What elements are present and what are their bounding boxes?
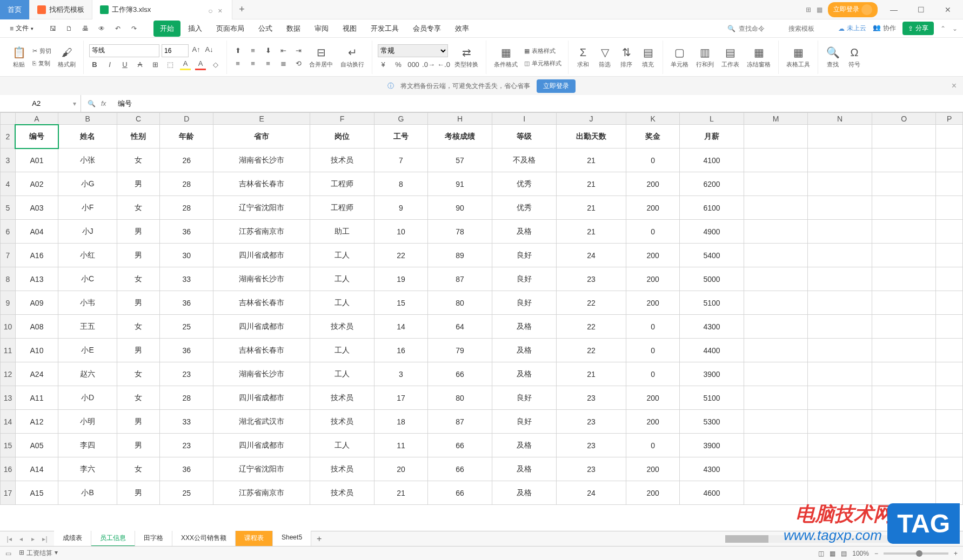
align-middle-button[interactable]: ≡ (248, 45, 258, 56)
close-icon[interactable]: ○ (208, 6, 215, 13)
zoom-level[interactable]: 100% (852, 550, 869, 557)
cell-E13[interactable]: 四川省成都市 (213, 386, 310, 410)
cell-P6[interactable] (936, 220, 963, 244)
view-layout-button[interactable]: ▦ (830, 550, 835, 557)
cell-C15[interactable]: 男 (117, 434, 160, 457)
cell-H5[interactable]: 90 (427, 196, 492, 220)
cell-A16[interactable]: A14 (15, 457, 58, 481)
cell-C11[interactable]: 男 (117, 339, 160, 362)
sheet-tab-1[interactable]: 员工信息 (91, 531, 135, 546)
cell-E10[interactable]: 四川省成都市 (213, 315, 310, 339)
cell-I10[interactable]: 及格 (492, 315, 557, 339)
cell-N12[interactable] (808, 362, 872, 386)
cell-I14[interactable]: 良好 (492, 410, 557, 434)
cell-D5[interactable]: 28 (160, 196, 213, 220)
ribbon-tab-insert[interactable]: 插入 (182, 21, 209, 37)
tab-home[interactable]: 首页 (0, 0, 30, 19)
cell-I7[interactable]: 良好 (492, 244, 557, 267)
cell-L2[interactable]: 月薪 (680, 125, 744, 149)
cell-P11[interactable] (936, 339, 963, 362)
underline-button[interactable]: U (119, 59, 130, 70)
cell-G11[interactable]: 16 (374, 339, 427, 362)
cell-I13[interactable]: 良好 (492, 386, 557, 410)
cell-O16[interactable] (872, 457, 936, 481)
cell-F7[interactable]: 工人 (310, 244, 374, 267)
cell-K10[interactable]: 0 (626, 315, 680, 339)
cell-F3[interactable]: 技术员 (310, 149, 374, 172)
cell-A17[interactable]: A15 (15, 481, 58, 505)
ribbon-tab-formula[interactable]: 公式 (252, 21, 279, 37)
cell-M15[interactable] (744, 434, 808, 457)
cell-A15[interactable]: A05 (15, 434, 58, 457)
cell-J11[interactable]: 22 (557, 339, 626, 362)
cell-P2[interactable] (936, 125, 963, 149)
cell-L12[interactable]: 3900 (680, 362, 744, 386)
cell-A2[interactable]: 编号 (15, 125, 58, 149)
col-header-G[interactable]: G (374, 113, 427, 125)
cell-F17[interactable]: 技术员 (310, 481, 374, 505)
tab-add-button[interactable]: + (232, 4, 251, 15)
cell-E9[interactable]: 吉林省长春市 (213, 291, 310, 315)
cell-P9[interactable] (936, 291, 963, 315)
col-header-I[interactable]: I (492, 113, 557, 125)
cell-C16[interactable]: 女 (117, 457, 160, 481)
cell-P14[interactable] (936, 410, 963, 434)
cell-B3[interactable]: 小张 (58, 149, 117, 172)
cell-K12[interactable]: 0 (626, 362, 680, 386)
cell-I15[interactable]: 及格 (492, 434, 557, 457)
cell-O2[interactable] (872, 125, 936, 149)
cell-P8[interactable] (936, 267, 963, 291)
filter-button[interactable]: ▽筛选 (596, 44, 614, 70)
indent-inc-button[interactable]: ⇥ (293, 45, 304, 56)
cell-I12[interactable]: 及格 (492, 362, 557, 386)
cell-H12[interactable]: 66 (427, 362, 492, 386)
view-normal-button[interactable]: ◫ (818, 550, 824, 557)
cell-B6[interactable]: 小J (58, 220, 117, 244)
merge-button[interactable]: ⊟合并居中 (307, 44, 335, 70)
cell-G16[interactable]: 20 (374, 457, 427, 481)
cell-N3[interactable] (808, 149, 872, 172)
cell-B4[interactable]: 小G (58, 172, 117, 196)
cell-M6[interactable] (744, 220, 808, 244)
row-header-10[interactable]: 10 (1, 315, 16, 339)
clear-format-button[interactable]: ◇ (210, 59, 221, 70)
cell-G17[interactable]: 21 (374, 481, 427, 505)
cell-E2[interactable]: 省市 (213, 125, 310, 149)
border-button[interactable]: ⊞ (150, 59, 160, 70)
cell-F15[interactable]: 工人 (310, 434, 374, 457)
cell-C5[interactable]: 女 (117, 196, 160, 220)
sheet-first-button[interactable]: |◂ (4, 535, 14, 543)
cell-J17[interactable]: 24 (557, 481, 626, 505)
sheet-prev-button[interactable]: ◂ (16, 535, 26, 543)
maximize-button[interactable]: ☐ (910, 2, 932, 18)
col-header-L[interactable]: L (680, 113, 744, 125)
find-button[interactable]: 🔍查找 (824, 44, 842, 70)
row-header-12[interactable]: 12 (1, 362, 16, 386)
cell-K15[interactable]: 0 (626, 434, 680, 457)
col-header-J[interactable]: J (557, 113, 626, 125)
cell-A14[interactable]: A12 (15, 410, 58, 434)
calc-mode[interactable]: ⊞工资结算▾ (19, 549, 58, 558)
cell-B7[interactable]: 小红 (58, 244, 117, 267)
cell-P15[interactable] (936, 434, 963, 457)
align-left-button[interactable]: ≡ (232, 58, 243, 69)
cell-E5[interactable]: 辽宁省沈阳市 (213, 196, 310, 220)
align-top-button[interactable]: ⬆ (232, 45, 243, 56)
cell-O15[interactable] (872, 434, 936, 457)
cell-L16[interactable]: 4300 (680, 457, 744, 481)
cell-D4[interactable]: 28 (160, 172, 213, 196)
type-convert-button[interactable]: ⇄类型转换 (452, 44, 480, 70)
cell-H3[interactable]: 57 (427, 149, 492, 172)
cell-M2[interactable] (744, 125, 808, 149)
cell-N4[interactable] (808, 172, 872, 196)
freeze-button[interactable]: ▦冻结窗格 (745, 44, 773, 70)
print-preview-button[interactable]: 👁 (96, 23, 107, 34)
cell-F13[interactable]: 技术员 (310, 386, 374, 410)
cell-P12[interactable] (936, 362, 963, 386)
cell-L13[interactable]: 5100 (680, 386, 744, 410)
cell-M13[interactable] (744, 386, 808, 410)
cell-P4[interactable] (936, 172, 963, 196)
cell-I2[interactable]: 等级 (492, 125, 557, 149)
cell-A7[interactable]: A16 (15, 244, 58, 267)
cell-M8[interactable] (744, 267, 808, 291)
